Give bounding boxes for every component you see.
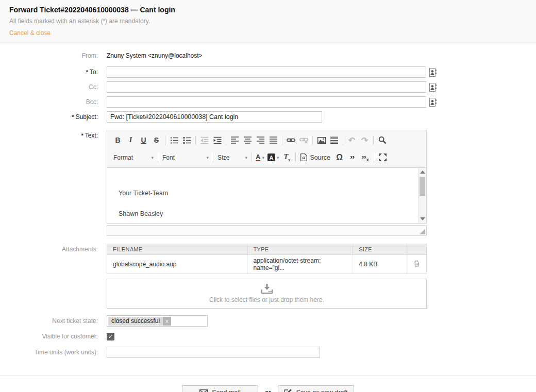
background-color-icon: A — [267, 154, 275, 161]
bcc-row: Bcc: — [0, 96, 536, 108]
required-marker: * — [81, 132, 83, 139]
from-label: From: — [0, 52, 98, 59]
chevron-down-icon: ▾ — [262, 155, 264, 160]
required-marker: * — [86, 69, 88, 75]
mandatory-note: All fields marked with an asterisk (*) a… — [9, 18, 527, 25]
scrollbar-thumb[interactable] — [420, 177, 425, 196]
find-replace-icon[interactable] — [376, 134, 389, 147]
subject-row: *Subject: — [0, 111, 536, 123]
editor-body[interactable]: Your Ticket-Team Shawn Beasley — [107, 168, 427, 224]
visible-for-customer-label: Visible for customer: — [0, 332, 98, 340]
toolbar-separator — [165, 135, 165, 145]
undo-icon: ↶ — [345, 134, 358, 147]
dialog-header: Forward Ticket#2022040610000038 — Cant l… — [0, 0, 536, 43]
column-header-delete — [407, 244, 427, 255]
bcc-label: Bcc: — [0, 96, 98, 106]
decrease-indent-icon — [198, 134, 211, 147]
bulleted-list-icon[interactable] — [180, 134, 193, 147]
increase-indent-icon[interactable] — [211, 134, 224, 147]
text-color-button[interactable]: A▾ — [254, 151, 266, 164]
to-row: *To: — [0, 66, 536, 78]
insert-image-icon[interactable] — [315, 134, 328, 147]
chevron-down-icon: ▾ — [206, 155, 209, 160]
toolbar-separator — [213, 152, 213, 162]
chevron-down-icon: ▾ — [151, 155, 154, 160]
italic-icon[interactable]: I — [124, 134, 137, 147]
attachment-filename: globalscope_audio.aup — [107, 255, 248, 274]
background-color-button[interactable]: A▾ — [266, 151, 281, 164]
toolbar-separator — [374, 152, 374, 162]
source-button[interactable]: Source — [298, 151, 333, 164]
delete-attachment-button[interactable] — [407, 255, 427, 274]
file-dropzone[interactable]: Click to select files or just drop them … — [107, 279, 427, 309]
horizontal-rule-icon[interactable] — [328, 134, 341, 147]
cancel-and-close-link[interactable]: Cancel & close — [9, 29, 51, 37]
trash-icon — [414, 260, 420, 267]
time-units-row: Time units (work units): — [0, 347, 536, 358]
editor-resize-bar — [107, 225, 427, 236]
toolbar-separator — [343, 135, 343, 145]
or-text: or — [265, 389, 271, 392]
bcc-input[interactable] — [107, 96, 426, 108]
cc-input[interactable] — [107, 81, 426, 93]
remove-format-icon[interactable]: Tx — [280, 151, 293, 164]
text-row: *Text: B I U S — [0, 130, 536, 236]
strikethrough-icon[interactable]: S — [150, 134, 163, 147]
required-marker: * — [72, 114, 74, 120]
from-value: Znuny System <znuny@localhost> — [107, 52, 203, 59]
rich-text-editor: B I U S — [107, 130, 427, 224]
address-book-icon[interactable] — [429, 97, 437, 107]
align-center-icon[interactable] — [241, 134, 254, 147]
scroll-up-icon[interactable] — [420, 171, 425, 174]
attachments-table: FILENAME TYPE SIZE globalscope_audio.aup… — [107, 244, 427, 274]
address-book-icon[interactable] — [429, 67, 437, 77]
quote-icon[interactable]: ” — [346, 151, 359, 164]
align-justify-icon[interactable] — [267, 134, 280, 147]
subject-input[interactable] — [107, 111, 322, 123]
editor-scrollbar[interactable] — [418, 168, 426, 223]
toolbar-separator — [373, 135, 374, 145]
format-dropdown[interactable]: Format▾ — [111, 151, 156, 164]
to-label: *To: — [0, 66, 98, 76]
toolbar-separator — [312, 135, 313, 145]
resize-handle-icon[interactable] — [420, 229, 425, 234]
attachment-row: globalscope_audio.aup application/octet-… — [107, 255, 427, 274]
time-units-input[interactable] — [107, 347, 320, 358]
upload-icon — [260, 284, 274, 294]
send-mail-button[interactable]: Send mail — [182, 385, 258, 392]
align-right-icon[interactable] — [254, 134, 267, 147]
remove-link-icon — [297, 134, 310, 147]
align-left-icon[interactable] — [228, 134, 241, 147]
remove-quote-icon[interactable]: ”x — [359, 151, 372, 164]
insert-link-icon[interactable] — [284, 134, 297, 147]
toolbar-separator — [295, 152, 296, 162]
address-book-icon[interactable] — [429, 82, 437, 92]
page-title: Forward Ticket#2022040610000038 — Cant l… — [9, 6, 527, 14]
next-state-select[interactable]: closed successful x — [107, 315, 208, 327]
remove-tag-icon[interactable]: x — [163, 317, 171, 326]
bold-icon[interactable]: B — [111, 134, 124, 147]
editor-text-line: Shawn Beasley — [119, 210, 426, 217]
numbered-list-icon[interactable] — [167, 134, 180, 147]
special-character-icon[interactable]: Ω — [333, 151, 346, 164]
pencil-note-icon — [284, 389, 292, 392]
to-input[interactable] — [107, 66, 426, 78]
underline-icon[interactable]: U — [137, 134, 150, 147]
text-label: *Text: — [0, 130, 98, 139]
toolbar-separator — [282, 135, 282, 145]
font-dropdown[interactable]: Font▾ — [160, 151, 211, 164]
size-dropdown[interactable]: Size▾ — [215, 151, 249, 164]
attachments-label: Attachments: — [0, 244, 98, 253]
save-as-draft-button[interactable]: Save as new draft — [278, 385, 354, 392]
dialog-footer: Send mail or Save as new draft — [0, 376, 536, 392]
column-header-size: SIZE — [353, 244, 407, 255]
maximize-icon[interactable] — [376, 151, 389, 164]
visible-for-customer-checkbox[interactable]: ✓ — [107, 333, 114, 340]
column-header-filename: FILENAME — [107, 244, 248, 255]
cc-label: Cc: — [0, 81, 98, 91]
next-state-label: Next ticket state: — [0, 315, 98, 325]
scroll-down-icon[interactable] — [420, 217, 425, 220]
toolbar-separator — [158, 152, 158, 162]
redo-icon: ↷ — [358, 134, 371, 147]
visible-for-customer-row: Visible for customer: ✓ — [0, 332, 536, 340]
